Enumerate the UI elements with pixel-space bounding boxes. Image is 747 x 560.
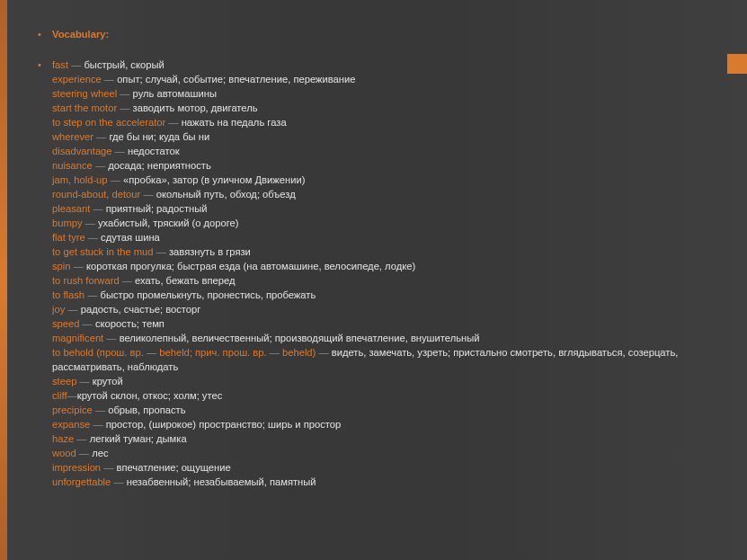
vocab-line: round-about, detour — окольный путь, обх… [52, 187, 711, 201]
vocab-line: spin — короткая прогулка; быстрая езда (… [52, 259, 711, 273]
vocab-line: unforgettable — незабвенный; незабываемы… [52, 475, 711, 489]
vocab-term: to behold (прош. вр. — beheld; прич. про… [52, 347, 316, 358]
vocab-separator: — [74, 433, 89, 444]
vocab-definition: где бы ни; куда бы ни [109, 131, 209, 142]
vocab-line: bumpy — ухабистый, тряский (о дороге) [52, 216, 711, 230]
vocab-definition: нажать на педаль газа [182, 117, 287, 128]
vocab-term: steering wheel [52, 88, 117, 99]
vocab-term: precipice [52, 404, 93, 415]
vocab-line: magnificent — великолепный, величественн… [52, 331, 711, 345]
content-list: Vocabulary: fast — быстрый, скорыйexperi… [0, 27, 747, 489]
vocab-definition: легкий туман; дымка [90, 433, 187, 444]
vocab-line: haze — легкий туман; дымка [52, 431, 711, 446]
accent-tab-right [727, 54, 747, 74]
vocab-term: impression [52, 462, 101, 473]
vocab-separator: — [102, 74, 117, 84]
vocab-line: jam, hold-up — «пробка», затор (в улично… [52, 173, 711, 187]
vocab-definition: ехать, бежать вперед [135, 275, 235, 286]
vocab-definition: крутой [93, 376, 123, 387]
vocab-term: disadvantage [52, 146, 112, 156]
vocab-definition: великолепный, величественный; производящ… [120, 333, 480, 343]
vocab-separator: — [71, 261, 86, 271]
vocab-line: to behold (прош. вр. — beheld; прич. про… [52, 345, 711, 374]
vocab-definition: завязнуть в грязи [169, 246, 251, 257]
vocab-separator: — [111, 476, 126, 487]
vocab-separator: — [112, 146, 128, 156]
vocab-line: cliff—крутой склон, откос; холм; утес [52, 388, 711, 403]
vocab-term: jam, hold-up [52, 174, 108, 185]
slide: Vocabulary: fast — быстрый, скорыйexperi… [0, 0, 747, 560]
vocab-line: expanse — простор, (широкое) пространств… [52, 417, 711, 431]
vocab-definition: опыт; случай, событие; впечатление, пере… [117, 74, 355, 84]
vocab-term: to step on the accelerator [52, 117, 165, 128]
vocab-definition: приятный; радостный [106, 203, 208, 214]
vocab-definition: скорость; темп [95, 318, 165, 329]
vocabulary-block: fast — быстрый, скорыйexperience — опыт;… [52, 58, 711, 489]
vocab-separator: — [93, 160, 108, 171]
vocab-term: spin [52, 261, 71, 271]
vocab-term: start the motor [52, 102, 117, 113]
vocab-definition: впечатление; ощущение [117, 462, 231, 473]
vocab-line: impression — впечатление; ощущение [52, 460, 711, 475]
vocab-term: fast [52, 59, 68, 70]
vocab-separator: — [103, 333, 119, 343]
vocab-definition: окольный путь, обход; объезд [156, 189, 296, 200]
vocab-definition: недостаток [128, 146, 180, 156]
vocab-separator: — [108, 174, 123, 185]
vocab-separator: — [84, 289, 100, 300]
heading-item: Vocabulary: [52, 27, 711, 41]
vocab-definition: ухабистый, тряский (о дороге) [98, 218, 239, 228]
vocab-line: wherever — где бы ни; куда бы ни [52, 129, 711, 144]
vocab-term: cliff [52, 390, 67, 401]
vocab-separator: — [140, 189, 156, 200]
vocab-term: haze [52, 433, 74, 444]
vocab-line: joy — радость, счастье; восторг [52, 302, 711, 316]
vocab-term: unforgettable [52, 476, 111, 487]
vocab-line: fast — быстрый, скорый [52, 58, 711, 72]
vocab-separator: — [76, 376, 92, 387]
vocab-definition: лес [92, 448, 108, 458]
vocab-line: experience — опыт; случай, событие; впеч… [52, 72, 711, 86]
vocab-term: to rush forward [52, 275, 120, 286]
vocab-term: pleasant [52, 203, 90, 214]
vocabulary-heading: Vocabulary: [52, 29, 109, 40]
vocab-term: wherever [52, 131, 93, 142]
vocab-definition: сдутая шина [101, 232, 160, 243]
vocab-term: bumpy [52, 218, 83, 228]
vocab-definition: незабвенный; незабываемый, памятный [127, 476, 316, 487]
vocab-line: to step on the accelerator — нажать на п… [52, 115, 711, 129]
vocab-definition: «пробка», затор (в уличном Движении) [123, 174, 305, 185]
vocab-term: magnificent [52, 333, 103, 343]
vocab-term: to get stuck in the mud [52, 246, 154, 257]
vocab-separator: — [85, 232, 101, 243]
vocab-separator: — [68, 59, 84, 70]
vocab-separator: — [79, 318, 94, 329]
vocab-separator: — [93, 131, 109, 142]
vocab-definition: руль автомашины [133, 88, 217, 99]
vocab-term: experience [52, 74, 102, 84]
vocab-separator: — [65, 304, 80, 315]
vocab-separator: — [101, 462, 116, 473]
vocab-term: to flash [52, 289, 84, 300]
vocab-separator: — [93, 404, 108, 415]
vocab-definition: простор, (широкое) пространство; ширь и … [106, 419, 342, 430]
vocab-separator: — [90, 203, 105, 214]
vocab-definition: крутой склон, откос; холм; утес [77, 390, 223, 401]
vocab-line: nuisance — досада; неприятность [52, 158, 711, 173]
accent-bar-left [0, 0, 7, 560]
vocab-line: start the motor — заводить мотор, двигат… [52, 101, 711, 115]
vocab-separator: — [117, 102, 132, 113]
vocab-definition: короткая прогулка; быстрая езда (на авто… [86, 261, 415, 271]
vocab-separator: — [120, 275, 135, 286]
vocab-term: round-about, detour [52, 189, 140, 200]
vocab-line: precipice — обрыв, пропасть [52, 403, 711, 417]
vocab-line: to flash — быстро промелькнуть, пронести… [52, 288, 711, 302]
vocab-term: nuisance [52, 160, 93, 171]
vocab-line: flat tyre — сдутая шина [52, 230, 711, 244]
vocab-definition: быстрый, скорый [84, 59, 164, 70]
vocab-definition: заводить мотор, двигатель [133, 102, 258, 113]
vocab-term: speed [52, 318, 79, 329]
vocab-term: wood [52, 448, 76, 458]
vocab-separator: — [165, 117, 181, 128]
vocab-definition: быстро промелькнуть, пронестись, пробежа… [100, 289, 316, 300]
